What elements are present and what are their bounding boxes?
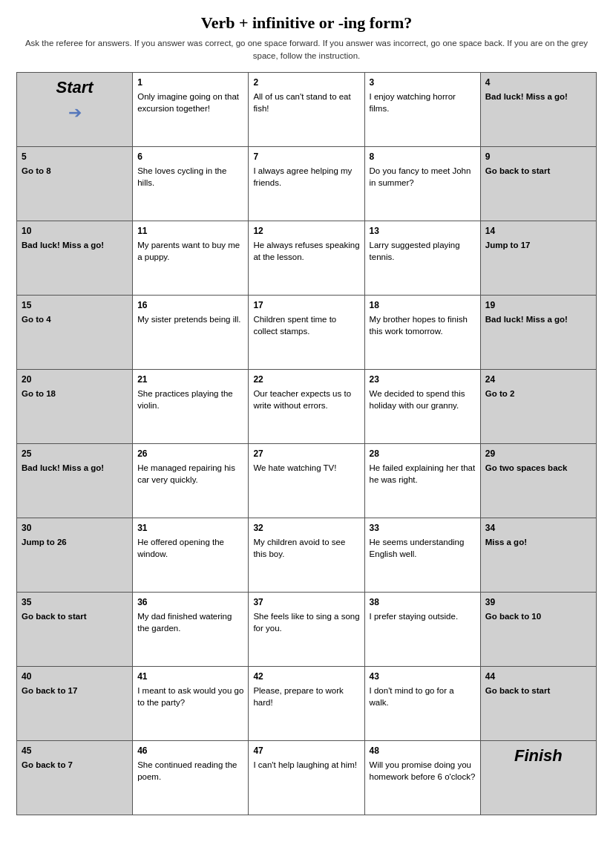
cell-number: 12 — [253, 225, 359, 238]
board-cell: 7I always agree helping my friends. — [249, 146, 364, 221]
cell-text: My sister pretends being ill. — [137, 315, 240, 324]
board-cell: 43I don't mind to go for a walk. — [364, 666, 480, 740]
cell-text: She practices playing the violin. — [137, 389, 233, 410]
board-cell: 13Larry suggested playing tennis. — [364, 221, 480, 295]
start-arrow: ➔ — [22, 102, 128, 125]
cell-number: 3 — [370, 76, 476, 89]
cell-number: 26 — [137, 448, 243, 460]
cell-text: I meant to ask would you go to the party… — [137, 686, 243, 707]
board-cell: 41I meant to ask would you go to the par… — [133, 666, 249, 740]
cell-text: I enjoy watching horror films. — [370, 92, 456, 113]
cell-number: 6 — [137, 151, 243, 163]
cell-text: He failed explaining her that he was rig… — [370, 463, 476, 484]
cell-number: 14 — [485, 225, 591, 238]
cell-text: Please, prepare to work hard! — [253, 686, 343, 707]
cell-text: She continued reading the poem. — [137, 760, 237, 781]
cell-text: Bad luck! Miss a go! — [22, 463, 104, 472]
cell-text: All of us can't stand to eat fish! — [253, 92, 350, 113]
cell-number: 29 — [485, 448, 591, 460]
board-cell: 26He managed repairing his car very quic… — [133, 443, 249, 518]
game-board: Start➔1Only imagine going on that excurs… — [16, 72, 597, 815]
board-cell: 36My dad finished watering the garden. — [133, 592, 249, 666]
subtitle: Ask the referee for answers. If you answ… — [16, 37, 597, 63]
cell-text: Go to 2 — [485, 389, 515, 398]
board-cell: 10Bad luck! Miss a go! — [17, 221, 133, 295]
cell-number: 8 — [370, 151, 476, 163]
board-cell: 35Go back to start — [17, 592, 133, 666]
board-cell: 11My parents want to buy me a puppy. — [133, 221, 249, 295]
cell-text: He seems understanding English well. — [370, 538, 465, 558]
board-cell: 46She continued reading the poem. — [133, 740, 249, 815]
cell-number: 1 — [137, 76, 243, 89]
cell-text: Go back to 7 — [22, 760, 73, 769]
cell-text: Jump to 17 — [485, 241, 531, 249]
board-cell: 33He seems understanding English well. — [364, 518, 480, 592]
cell-text: Children spent time to collect stamps. — [253, 315, 336, 336]
cell-text: We decided to spend this holiday with ou… — [370, 389, 465, 410]
board-cell: 19Bad luck! Miss a go! — [480, 295, 596, 369]
board-cell: 38I prefer staying outside. — [364, 592, 480, 666]
cell-text: Go back to start — [22, 612, 87, 621]
board-cell: 45Go back to 7 — [17, 740, 133, 815]
cell-number: 5 — [22, 151, 128, 163]
cell-number: 22 — [253, 373, 359, 386]
cell-text: We hate watching TV! — [253, 463, 336, 472]
cell-number: 47 — [253, 745, 359, 757]
cell-number: 32 — [253, 522, 359, 535]
board-cell: 34Miss a go! — [480, 518, 596, 592]
board-cell: 5Go to 8 — [17, 146, 133, 221]
finish-label: Finish — [514, 746, 563, 765]
cell-text: Bad luck! Miss a go! — [485, 315, 568, 324]
cell-text: Bad luck! Miss a go! — [22, 241, 104, 249]
cell-number: 24 — [485, 373, 591, 386]
board-cell: 1Only imagine going on that excursion to… — [133, 72, 249, 146]
page-title: Verb + infinitive or -ing form? — [16, 13, 597, 33]
board-cell: 18My brother hopes to finish this work t… — [364, 295, 480, 369]
board-cell: 44Go back to start — [480, 666, 596, 740]
cell-number: 42 — [253, 670, 359, 683]
cell-text: Our teacher expects us to write without … — [253, 389, 351, 410]
cell-number: 38 — [370, 596, 476, 609]
cell-text: Miss a go! — [485, 538, 527, 546]
cell-number: 19 — [485, 299, 591, 312]
cell-number: 43 — [370, 670, 476, 683]
cell-text: Go two spaces back — [485, 463, 568, 472]
board-cell: Finish — [480, 740, 596, 815]
cell-number: 7 — [253, 151, 359, 163]
board-cell: 30Jump to 26 — [17, 518, 133, 592]
cell-text: Go to 4 — [22, 315, 51, 324]
cell-number: 35 — [22, 596, 128, 609]
cell-number: 36 — [137, 596, 243, 609]
cell-number: 23 — [370, 373, 476, 386]
board-cell: 27We hate watching TV! — [249, 443, 364, 518]
board-cell: 17Children spent time to collect stamps. — [249, 295, 364, 369]
cell-number: 13 — [370, 225, 476, 238]
cell-number: 30 — [22, 522, 128, 535]
board-cell: 21She practices playing the violin. — [133, 369, 249, 443]
cell-number: 18 — [370, 299, 476, 312]
cell-number: 17 — [253, 299, 359, 312]
board-cell: 28He failed explaining her that he was r… — [364, 443, 480, 518]
cell-number: 15 — [22, 299, 128, 312]
cell-text: I can't help laughing at him! — [253, 760, 357, 769]
cell-text: I prefer staying outside. — [370, 612, 459, 621]
cell-text: My brother hopes to finish this work tom… — [370, 315, 468, 336]
cell-number: 48 — [370, 745, 476, 757]
board-cell: 31He offered opening the window. — [133, 518, 249, 592]
board-cell: 32My children avoid to see this boy. — [249, 518, 364, 592]
start-label: Start — [22, 76, 128, 99]
cell-number: 39 — [485, 596, 591, 609]
cell-number: 40 — [22, 670, 128, 683]
cell-number: 33 — [370, 522, 476, 535]
cell-number: 2 — [253, 76, 359, 89]
cell-text: Do you fancy to meet John in summer? — [370, 166, 471, 187]
cell-text: Go back to 10 — [485, 612, 541, 621]
cell-number: 41 — [137, 670, 243, 683]
cell-number: 37 — [253, 596, 359, 609]
cell-text: Go back to 17 — [22, 686, 77, 695]
cell-text: He offered opening the window. — [137, 538, 224, 558]
cell-text: Go back to start — [485, 686, 551, 695]
cell-text: She feels like to sing a song for you. — [253, 612, 359, 633]
board-cell: 3I enjoy watching horror films. — [364, 72, 480, 146]
cell-text: He always refuses speaking at the lesson… — [253, 241, 359, 261]
